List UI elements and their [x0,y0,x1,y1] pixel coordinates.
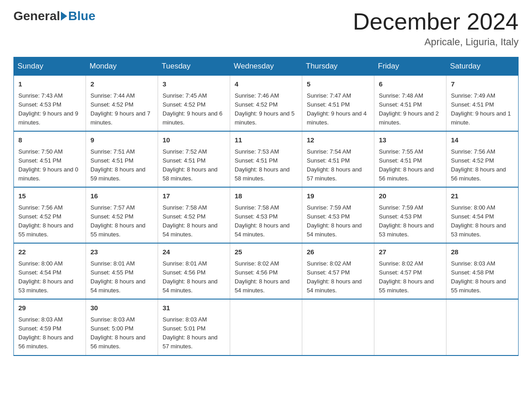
header-thursday: Thursday [302,57,374,76]
title-area: December 2024 Apricale, Liguria, Italy [353,9,519,48]
day-number: 3 [163,79,225,90]
calendar-week-row: 22 Sunrise: 8:00 AMSunset: 4:54 PMDaylig… [14,243,519,299]
day-number: 27 [379,247,442,257]
logo-blue-text: Blue [68,9,95,23]
day-info: Sunrise: 7:53 AMSunset: 4:51 PMDaylight:… [235,148,290,182]
calendar-table: Sunday Monday Tuesday Wednesday Thursday… [13,57,519,355]
day-number: 29 [18,303,81,313]
day-info: Sunrise: 8:01 AMSunset: 4:56 PMDaylight:… [163,260,218,294]
logo-arrow-icon [61,12,67,21]
calendar-week-row: 8 Sunrise: 7:50 AMSunset: 4:51 PMDayligh… [14,131,519,187]
day-info: Sunrise: 7:56 AMSunset: 4:52 PMDaylight:… [18,204,73,238]
day-info: Sunrise: 8:02 AMSunset: 4:56 PMDaylight:… [235,260,290,294]
day-info: Sunrise: 8:03 AMSunset: 4:58 PMDaylight:… [451,260,506,294]
day-info: Sunrise: 7:45 AMSunset: 4:52 PMDaylight:… [163,92,223,126]
header-sunday: Sunday [14,57,86,76]
day-number: 25 [235,247,297,257]
page-header: General Blue December 2024 Apricale, Lig… [13,9,519,48]
day-number: 12 [307,135,369,146]
day-info: Sunrise: 7:59 AMSunset: 4:53 PMDaylight:… [379,204,434,238]
table-row: 28 Sunrise: 8:03 AMSunset: 4:58 PMDaylig… [446,243,519,299]
day-info: Sunrise: 7:56 AMSunset: 4:52 PMDaylight:… [451,148,506,182]
day-number: 19 [307,191,369,201]
day-number: 14 [451,135,514,146]
calendar-week-row: 15 Sunrise: 7:56 AMSunset: 4:52 PMDaylig… [14,187,519,243]
day-number: 16 [90,191,153,201]
table-row: 24 Sunrise: 8:01 AMSunset: 4:56 PMDaylig… [158,243,230,299]
table-row: 25 Sunrise: 8:02 AMSunset: 4:56 PMDaylig… [230,243,302,299]
location-subtitle: Apricale, Liguria, Italy [353,36,519,48]
day-info: Sunrise: 8:03 AMSunset: 4:59 PMDaylight:… [18,316,73,350]
day-number: 2 [90,79,153,90]
day-number: 8 [18,135,81,146]
table-row: 8 Sunrise: 7:50 AMSunset: 4:51 PMDayligh… [14,131,86,187]
day-info: Sunrise: 7:48 AMSunset: 4:51 PMDaylight:… [379,92,439,126]
day-number: 31 [163,303,225,313]
table-row [374,299,446,355]
logo-general-text: General [13,9,60,23]
day-info: Sunrise: 7:50 AMSunset: 4:51 PMDaylight:… [18,148,78,182]
day-number: 22 [18,247,81,257]
day-number: 5 [307,79,369,90]
table-row: 9 Sunrise: 7:51 AMSunset: 4:51 PMDayligh… [86,131,158,187]
calendar-week-row: 1 Sunrise: 7:43 AMSunset: 4:53 PMDayligh… [14,76,519,132]
month-title: December 2024 [353,9,519,34]
table-row: 30 Sunrise: 8:03 AMSunset: 5:00 PMDaylig… [86,299,158,355]
table-row: 15 Sunrise: 7:56 AMSunset: 4:52 PMDaylig… [14,187,86,243]
table-row: 20 Sunrise: 7:59 AMSunset: 4:53 PMDaylig… [374,187,446,243]
day-number: 11 [235,135,297,146]
day-info: Sunrise: 7:57 AMSunset: 4:52 PMDaylight:… [90,204,146,238]
table-row: 14 Sunrise: 7:56 AMSunset: 4:52 PMDaylig… [446,131,519,187]
day-info: Sunrise: 7:58 AMSunset: 4:53 PMDaylight:… [235,204,290,238]
table-row: 26 Sunrise: 8:02 AMSunset: 4:57 PMDaylig… [302,243,374,299]
table-row [302,299,374,355]
table-row: 5 Sunrise: 7:47 AMSunset: 4:51 PMDayligh… [302,76,374,132]
table-row: 13 Sunrise: 7:55 AMSunset: 4:51 PMDaylig… [374,131,446,187]
day-number: 20 [379,191,442,201]
day-number: 21 [451,191,514,201]
table-row: 27 Sunrise: 8:02 AMSunset: 4:57 PMDaylig… [374,243,446,299]
table-row: 19 Sunrise: 7:59 AMSunset: 4:53 PMDaylig… [302,187,374,243]
day-info: Sunrise: 8:02 AMSunset: 4:57 PMDaylight:… [379,260,434,294]
day-number: 7 [451,79,514,90]
table-row: 6 Sunrise: 7:48 AMSunset: 4:51 PMDayligh… [374,76,446,132]
header-wednesday: Wednesday [230,57,302,76]
table-row: 17 Sunrise: 7:58 AMSunset: 4:52 PMDaylig… [158,187,230,243]
calendar-week-row: 29 Sunrise: 8:03 AMSunset: 4:59 PMDaylig… [14,299,519,355]
day-number: 17 [163,191,225,201]
day-info: Sunrise: 8:00 AMSunset: 4:54 PMDaylight:… [18,260,73,294]
day-number: 24 [163,247,225,257]
day-info: Sunrise: 8:00 AMSunset: 4:54 PMDaylight:… [451,204,506,238]
day-info: Sunrise: 7:43 AMSunset: 4:53 PMDaylight:… [18,92,78,126]
day-info: Sunrise: 8:03 AMSunset: 5:01 PMDaylight:… [163,316,218,350]
table-row [446,299,519,355]
table-row: 16 Sunrise: 7:57 AMSunset: 4:52 PMDaylig… [86,187,158,243]
table-row [230,299,302,355]
table-row: 1 Sunrise: 7:43 AMSunset: 4:53 PMDayligh… [14,76,86,132]
table-row: 29 Sunrise: 8:03 AMSunset: 4:59 PMDaylig… [14,299,86,355]
table-row: 10 Sunrise: 7:52 AMSunset: 4:51 PMDaylig… [158,131,230,187]
day-number: 30 [90,303,153,313]
day-number: 18 [235,191,297,201]
day-number: 4 [235,79,297,90]
table-row: 4 Sunrise: 7:46 AMSunset: 4:52 PMDayligh… [230,76,302,132]
day-number: 26 [307,247,369,257]
table-row: 31 Sunrise: 8:03 AMSunset: 5:01 PMDaylig… [158,299,230,355]
day-info: Sunrise: 7:59 AMSunset: 4:53 PMDaylight:… [307,204,362,238]
day-number: 15 [18,191,81,201]
header-friday: Friday [374,57,446,76]
table-row: 23 Sunrise: 8:01 AMSunset: 4:55 PMDaylig… [86,243,158,299]
header-tuesday: Tuesday [158,57,230,76]
day-info: Sunrise: 7:52 AMSunset: 4:51 PMDaylight:… [163,148,218,182]
day-number: 23 [90,247,153,257]
table-row: 22 Sunrise: 8:00 AMSunset: 4:54 PMDaylig… [14,243,86,299]
day-number: 13 [379,135,442,146]
day-number: 6 [379,79,442,90]
weekday-header-row: Sunday Monday Tuesday Wednesday Thursday… [14,57,519,76]
day-info: Sunrise: 7:46 AMSunset: 4:52 PMDaylight:… [235,92,295,126]
header-saturday: Saturday [446,57,519,76]
day-info: Sunrise: 8:03 AMSunset: 5:00 PMDaylight:… [90,316,146,350]
table-row: 12 Sunrise: 7:54 AMSunset: 4:51 PMDaylig… [302,131,374,187]
table-row: 2 Sunrise: 7:44 AMSunset: 4:52 PMDayligh… [86,76,158,132]
table-row: 7 Sunrise: 7:49 AMSunset: 4:51 PMDayligh… [446,76,519,132]
